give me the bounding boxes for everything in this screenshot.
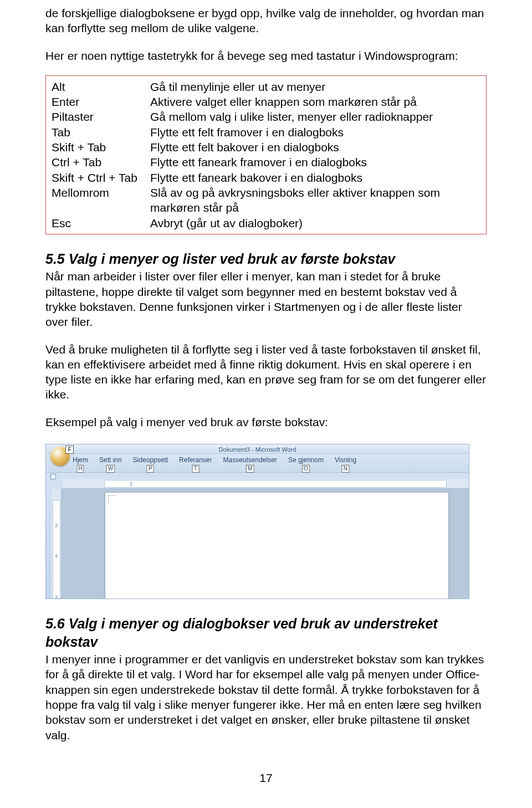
- shortcut-row: Skift + Tab Flytte ett felt bakover i en…: [52, 140, 480, 155]
- section-5-6-heading: 5.6 Valg i menyer og dialogbokser ved br…: [45, 615, 487, 651]
- ruler-tick-label: 7: [55, 595, 58, 599]
- shortcut-key: Ctrl + Tab: [52, 155, 150, 170]
- shortcut-desc: Aktivere valget eller knappen som markør…: [150, 94, 480, 109]
- shortcut-row: Mellomrom Slå av og på avkrysningsboks e…: [52, 185, 480, 216]
- margin-guide-icon: [108, 495, 109, 503]
- ribbon-groove-icon[interactable]: [50, 474, 56, 479]
- word-screenshot-figure: Dokument3 - Microsoft Word F Hjem H Sett…: [45, 444, 469, 599]
- word-window-title: Dokument3 - Microsoft Word: [219, 446, 296, 453]
- ribbon-tab-referanser[interactable]: Referanser T: [179, 456, 212, 465]
- shortcut-row: Enter Aktivere valget eller knappen som …: [52, 94, 480, 109]
- ribbon-tab-label: Visning: [335, 456, 356, 464]
- margin-guide-icon: [108, 495, 116, 496]
- word-document-page[interactable]: [105, 492, 449, 599]
- page-number: 17: [45, 770, 487, 785]
- vertical-ruler: 2 4 7: [52, 489, 62, 599]
- ribbon-tab-label: Referanser: [179, 456, 212, 464]
- section-5-6-p1: I menyer inne i programmer er det vanlig…: [45, 652, 487, 743]
- horizontal-ruler: 2: [63, 479, 469, 489]
- ribbon-tab-sideoppsett[interactable]: Sideoppsett P: [133, 456, 168, 465]
- shortcut-key: Skift + Tab: [52, 140, 150, 155]
- shortcut-key: Skift + Ctrl + Tab: [52, 170, 150, 185]
- office-button-keytip: F: [65, 446, 74, 454]
- ribbon-keytip: M: [246, 465, 254, 473]
- ribbon-tab-visning[interactable]: Visning N: [335, 456, 356, 465]
- ribbon-keytip: T: [192, 465, 199, 473]
- ribbon-tab-label: Sideoppsett: [133, 456, 168, 464]
- shortcut-key: Tab: [52, 125, 150, 140]
- ribbon-tab-label: Masseutsendelser: [223, 456, 277, 464]
- section-5-5-p3: Eksempel på valg i menyer ved bruk av fø…: [45, 415, 487, 429]
- section-5-5-p2: Ved å bruke muligheten til å forflytte s…: [45, 342, 487, 402]
- section-5-5-p1: Når man arbeider i lister over filer ell…: [45, 269, 487, 329]
- section-5-5: 5.5 Valg i menyer og lister ved bruk av …: [45, 250, 487, 429]
- shortcut-key: Esc: [52, 216, 150, 231]
- ruler-tick-label: 4: [55, 553, 58, 560]
- ribbon-tab-hjem[interactable]: Hjem H: [73, 456, 88, 465]
- ruler-tick-label: 2: [55, 523, 58, 529]
- shortcut-key: Enter: [52, 94, 150, 109]
- shortcut-desc: Avbryt (går ut av dialogboker): [150, 216, 480, 231]
- section-5-5-heading: 5.5 Valg i menyer og lister ved bruk av …: [45, 250, 487, 268]
- shortcut-key: Alt: [52, 79, 150, 94]
- intro-paragraph-2: Her er noen nyttige tastetrykk for å bev…: [45, 48, 487, 63]
- shortcut-desc: Gå til menylinje eller ut av menyer: [150, 79, 480, 94]
- document-page: de forskjellige dialogboksene er bygd op…: [0, 0, 532, 802]
- shortcut-key: Piltaster: [52, 109, 150, 124]
- ribbon-tab-label: Se gjennom: [288, 456, 324, 464]
- shortcut-desc: Gå mellom valg i ulike lister, menyer el…: [150, 109, 480, 124]
- shortcut-key: Mellomrom: [52, 185, 150, 216]
- shortcut-row: Alt Gå til menylinje eller ut av menyer: [52, 79, 480, 94]
- ribbon-tab-label: Hjem: [73, 456, 88, 464]
- ribbon-keytip: P: [147, 465, 154, 473]
- word-titlebar: Dokument3 - Microsoft Word: [46, 444, 469, 454]
- shortcut-desc: Flytte ett felt framover i en dialogboks: [150, 125, 480, 140]
- shortcut-table: Alt Gå til menylinje eller ut av menyer …: [52, 79, 480, 231]
- ribbon-keytip: O: [302, 465, 310, 473]
- ribbon-keytip: H: [76, 465, 84, 473]
- shortcut-row: Esc Avbryt (går ut av dialogboker): [52, 216, 480, 231]
- ribbon: Hjem H Sett inn W Sideoppsett P Referans…: [46, 454, 469, 473]
- shortcut-desc: Slå av og på avkrysningsboks eller aktiv…: [150, 185, 480, 216]
- ribbon-keytip: W: [106, 465, 115, 473]
- office-button[interactable]: F: [50, 447, 70, 466]
- ruler-tick-label: 2: [130, 481, 132, 488]
- ribbon-tab-label: Sett inn: [99, 456, 122, 464]
- shortcut-desc: Flytte ett faneark bakover i en dialogbo…: [150, 170, 480, 185]
- section-5-6: 5.6 Valg i menyer og dialogbokser ved br…: [45, 615, 487, 743]
- shortcut-row: Tab Flytte ett felt framover i en dialog…: [52, 125, 480, 140]
- ribbon-keytip: N: [342, 465, 349, 473]
- ribbon-tab-segjennom[interactable]: Se gjennom O: [288, 456, 324, 465]
- shortcut-row: Ctrl + Tab Flytte ett faneark framover i…: [52, 155, 480, 170]
- shortcut-desc: Flytte ett faneark framover i en dialogb…: [150, 155, 480, 170]
- intro-paragraph-1: de forskjellige dialogboksene er bygd op…: [45, 6, 487, 36]
- shortcut-row: Piltaster Gå mellom valg i ulike lister,…: [52, 109, 480, 124]
- word-canvas: [62, 489, 469, 599]
- shortcut-table-box: Alt Gå til menylinje eller ut av menyer …: [45, 75, 487, 234]
- ribbon-tab-masseutsendelser[interactable]: Masseutsendelser M: [223, 456, 277, 465]
- ribbon-tab-settinn[interactable]: Sett inn W: [99, 456, 122, 465]
- shortcut-desc: Flytte ett felt bakover i en dialogboks: [150, 140, 480, 155]
- shortcut-row: Skift + Ctrl + Tab Flytte ett faneark ba…: [52, 170, 480, 185]
